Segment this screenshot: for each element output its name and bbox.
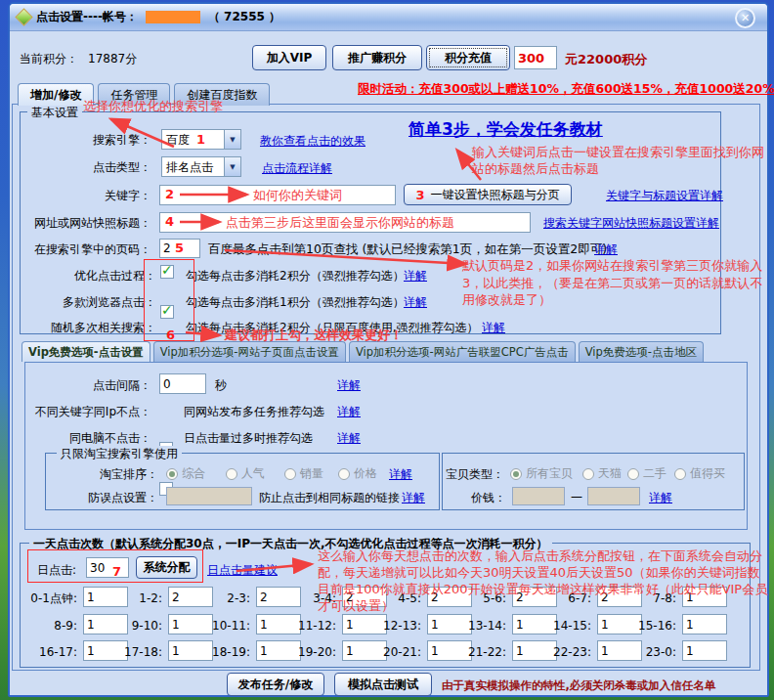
radio-icon — [284, 468, 296, 480]
close-button[interactable]: ✕ — [735, 8, 755, 28]
points-value: 17887分 — [88, 51, 137, 66]
radio-icon — [582, 468, 594, 480]
misclick-label: 防误点设置： — [61, 490, 158, 505]
step-1-marker: 1 — [196, 132, 205, 147]
radio-type-tmall-label: 天猫 — [598, 465, 622, 482]
vip-tab-click-settings[interactable]: Vip免费选项-点击设置 — [22, 341, 150, 362]
random-search-help-link[interactable]: 详解 — [482, 320, 505, 335]
step-2-marker: 2 — [165, 187, 174, 201]
promote-earn-button[interactable]: 推广赚积分 — [332, 45, 422, 70]
daily-suggest-link[interactable]: 日点击量建议 — [207, 562, 278, 578]
keyword-title-help-link[interactable]: 关键字与标题设置详解 — [606, 188, 723, 203]
hint-choose-engine: 选择你想优化的搜索引擎 — [83, 98, 223, 114]
diff-keyword-ip-help-link[interactable]: 详解 — [337, 404, 361, 419]
taobao-sort-help-link[interactable]: 详解 — [389, 466, 412, 482]
radio-type-all-label: 所有宝贝 — [526, 465, 573, 482]
account-masked — [146, 11, 200, 23]
hour-label: 10-11: — [186, 618, 250, 634]
random-search-label: 随机多次相关搜索： — [27, 320, 156, 335]
radio-sort-zonghe-label: 综合 — [182, 465, 205, 482]
hour-label: 22-23: — [527, 644, 591, 660]
simulate-click-button[interactable]: 模拟点击测试 — [334, 673, 432, 696]
click-interval-help-link[interactable]: 详解 — [337, 377, 361, 393]
price-min-input — [512, 487, 565, 505]
search-engine-value: 百度 — [162, 130, 224, 149]
multi-browser-note: 勾选每点击多消耗1积分（强烈推荐勾选） — [186, 294, 405, 310]
recharge-rate: 元22000积分 — [565, 51, 647, 68]
hour-label: 19-20: — [272, 644, 336, 660]
hour-label: 18-19: — [186, 644, 250, 660]
radio-sort-jiage[interactable]: 价格 — [338, 465, 377, 482]
click-type-select[interactable]: 排名点击 ▼ — [161, 156, 241, 177]
click-interval-unit: 秒 — [215, 377, 227, 393]
join-vip-button[interactable]: 加入VIP — [252, 45, 326, 70]
one-key-setup-button[interactable]: 3 一键设置快照标题与分页 — [404, 184, 572, 205]
multi-browser-label: 多款浏览器点击： — [27, 294, 156, 310]
optimize-click-label: 优化点击过程： — [27, 268, 156, 284]
hour-label: 17-18: — [98, 644, 162, 660]
price-help-link[interactable]: 详解 — [649, 490, 672, 505]
hour-input[interactable] — [682, 640, 727, 661]
price-max-input — [587, 487, 640, 505]
radio-sort-zonghe[interactable]: 综合 — [166, 465, 205, 482]
basic-settings-legend: 基本设置 — [27, 105, 82, 121]
hour-label: 3-4: — [272, 591, 336, 606]
vip-tab-cpc-ads[interactable]: Vip加积分选项-网站广告联盟CPC广告点击 — [349, 341, 576, 362]
step-3-marker: 3 — [415, 188, 424, 202]
vip-tab-subpage-click[interactable]: Vip加积分选项-网站子页面点击设置 — [153, 341, 346, 362]
tutorial-link[interactable]: 简单3步，学会发任务教材 — [408, 118, 603, 141]
radio-sort-xiaoliang[interactable]: 销量 — [284, 465, 323, 482]
snapshot-title-help-link[interactable]: 搜索关键字网站快照标题设置详解 — [543, 215, 719, 231]
radio-type-worth[interactable]: 值得买 — [674, 465, 725, 482]
publish-task-button[interactable]: 发布任务/修改 — [227, 673, 324, 696]
radio-type-used[interactable]: 二手 — [627, 465, 666, 482]
page-number-help-link[interactable]: 详解 — [594, 241, 618, 257]
radio-sort-jiage-label: 价格 — [354, 465, 377, 482]
recharge-button[interactable]: 积分充值 — [426, 45, 510, 70]
misclick-note: 防止点击到相同标题的链接 — [259, 490, 400, 505]
url-label: 网址或网站快照标题： — [27, 215, 151, 231]
chevron-down-icon[interactable]: ▼ — [224, 157, 240, 176]
hour-input[interactable] — [682, 587, 727, 607]
vip-tab-click-region[interactable]: Vip免费选项-点击地区 — [579, 341, 704, 362]
window-title: 点击设置----帐号： — [36, 9, 138, 25]
hint-url: 点击第三步后这里面会显示你网站的标题 — [226, 214, 454, 231]
hour-label: 5-6: — [442, 591, 506, 606]
hour-label: 16-17: — [13, 644, 77, 660]
recharge-amount-input[interactable] — [514, 46, 557, 69]
radio-icon — [674, 468, 686, 480]
hour-label: 9-10: — [98, 618, 162, 634]
multi-browser-help-link[interactable]: 详解 — [404, 294, 427, 310]
optimize-click-help-link[interactable]: 详解 — [404, 268, 427, 284]
click-flow-link[interactable]: 点击流程详解 — [262, 160, 332, 176]
keyword-label: 关键字： — [27, 188, 151, 203]
radio-type-all[interactable]: 所有宝贝 — [510, 465, 573, 482]
account-id: （ 72555 ） — [208, 9, 280, 25]
hour-label: 11-12: — [272, 618, 336, 634]
radio-icon — [166, 468, 178, 480]
price-dash: — — [571, 489, 582, 504]
hour-input[interactable] — [682, 614, 727, 634]
view-effect-link[interactable]: 教你查看点击的效果 — [260, 133, 366, 149]
radio-sort-renqi[interactable]: 人气 — [226, 465, 265, 482]
click-interval-label: 点击间隔： — [24, 377, 151, 393]
optimize-click-note: 勾选每点击多消耗2积分（强烈推荐勾选） — [186, 268, 405, 284]
hour-label: 1-2: — [98, 591, 162, 606]
hour-label: 23-0: — [612, 644, 676, 660]
same-pc-help-link[interactable]: 详解 — [337, 430, 361, 446]
hour-label: 6-7: — [527, 591, 591, 606]
radio-type-tmall[interactable]: 天猫 — [582, 465, 622, 482]
click-type-label: 点击类型： — [27, 159, 151, 175]
promo-banner: 限时活动：充值300或以上赠送10%，充值600送15%，充值1000送20% — [358, 81, 774, 98]
misclick-help-link[interactable]: 详解 — [402, 490, 425, 505]
step-4-marker: 4 — [165, 214, 174, 229]
hour-label: 8-9: — [13, 618, 77, 634]
click-interval-input[interactable] — [159, 373, 206, 394]
chevron-down-icon[interactable]: ▼ — [224, 130, 240, 149]
points-label: 当前积分： — [20, 51, 78, 66]
hint-check-all: 建议都打上勾，这样效果更好！ — [225, 327, 403, 343]
antivirus-warning: 由于真实模拟操作的特性,必须关闭杀毒或加入信任名单 — [442, 678, 715, 693]
radio-type-used-label: 二手 — [643, 465, 666, 482]
radio-icon — [226, 468, 237, 480]
search-engine-label: 搜索引擎： — [27, 132, 151, 148]
